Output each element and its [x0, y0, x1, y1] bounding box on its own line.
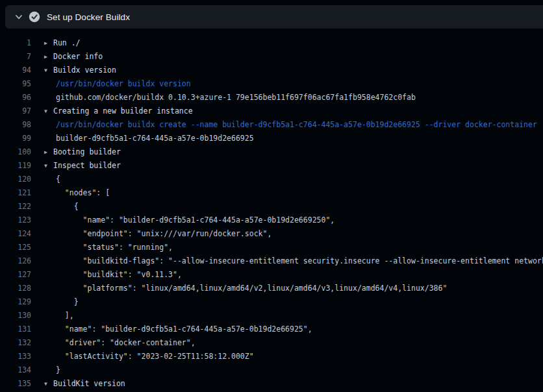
line-number[interactable]: 134 — [0, 363, 31, 377]
log-group-title[interactable]: ▼BuildKit version — [44, 377, 125, 391]
log-line: 100▶Booting builder — [0, 145, 543, 159]
log-group-title[interactable]: ▶Docker info — [44, 50, 103, 64]
log-line: 134} — [0, 363, 543, 377]
line-number[interactable]: 129 — [0, 295, 31, 309]
log-line: 126 "buildkitd-flags": "--allow-insecure… — [0, 254, 543, 268]
log-output-text: "name": "builder-d9cfb5a1-c764-445a-a57e… — [44, 214, 335, 227]
line-number[interactable]: 128 — [0, 282, 31, 295]
line-number[interactable]: 127 — [0, 268, 31, 282]
log-output-text: ], — [44, 309, 74, 323]
line-number[interactable]: 95 — [0, 77, 31, 91]
log-group-title[interactable]: ▶Run ./ — [44, 36, 81, 50]
log-output-text: "endpoint": "unix:///var/run/docker.sock… — [44, 227, 272, 241]
group-title-text: Booting builder — [53, 147, 121, 156]
log-line: 97▼Creating a new builder instance — [0, 104, 543, 118]
log-line: 122 { — [0, 200, 543, 214]
log-output-text: { — [44, 173, 60, 186]
log-line: 120{ — [0, 173, 543, 186]
log-body: 1▶Run ./7▶Docker info94▼Buildx version95… — [0, 36, 543, 392]
log-output-text: { — [44, 200, 79, 214]
log-command-text: /usr/bin/docker buildx version — [44, 77, 191, 91]
log-output-text: "lastActivity": "2023-02-25T11:58:12.000… — [44, 350, 254, 363]
log-line: 132 "driver": "docker-container", — [0, 336, 543, 350]
log-line: 129 } — [0, 295, 543, 309]
log-line: 123 "name": "builder-d9cfb5a1-c764-445a-… — [0, 214, 543, 227]
log-output-text: "buildkitd-flags": "--allow-insecure-ent… — [44, 254, 543, 268]
line-number[interactable]: 135 — [0, 377, 31, 391]
line-number[interactable]: 7 — [0, 50, 31, 64]
log-line: 130 ], — [0, 309, 543, 323]
log-line: 7▶Docker info — [0, 50, 543, 64]
group-title-text: Docker info — [53, 52, 103, 61]
group-title-text: Run ./ — [53, 38, 81, 47]
log-command-text: /usr/bin/docker buildx create --name bui… — [44, 118, 537, 132]
group-title-text: Creating a new builder instance — [53, 106, 193, 116]
log-output-text: "nodes": [ — [44, 186, 110, 200]
line-number[interactable]: 123 — [0, 214, 31, 227]
log-output-text: "status": "running", — [44, 241, 173, 254]
log-group-title[interactable]: ▶Booting builder — [44, 145, 121, 159]
step-title: Set up Docker Buildx — [47, 12, 130, 22]
log-line: 1▶Run ./ — [0, 36, 543, 50]
log-group-title[interactable]: ▼Inspect builder — [44, 159, 121, 173]
line-number[interactable]: 121 — [0, 186, 31, 200]
check-circle-icon — [29, 11, 40, 23]
log-line: 94▼Buildx version — [0, 64, 543, 77]
line-number[interactable]: 132 — [0, 336, 31, 350]
log-line: 125 "status": "running", — [0, 241, 543, 254]
line-number[interactable]: 99 — [0, 132, 31, 145]
log-line: 98/usr/bin/docker buildx create --name b… — [0, 118, 543, 132]
log-output-text: } — [44, 363, 60, 377]
log-output-text: github.com/docker/buildx 0.10.3+azure-1 … — [44, 91, 416, 104]
log-line: 121 "nodes": [ — [0, 186, 543, 200]
log-line: 127 "buildkit": "v0.11.3", — [0, 268, 543, 282]
log-line: 135▼BuildKit version — [0, 377, 543, 391]
line-number[interactable]: 125 — [0, 241, 31, 254]
log-line: 128 "platforms": "linux/amd64,linux/amd6… — [0, 282, 543, 295]
step-header[interactable]: Set up Docker Buildx — [5, 5, 543, 29]
log-line: 95/usr/bin/docker buildx version — [0, 77, 543, 91]
group-title-text: BuildKit version — [53, 379, 125, 388]
line-number[interactable]: 97 — [0, 104, 31, 118]
log-line: 131 "name": "builder-d9cfb5a1-c764-445a-… — [0, 323, 543, 336]
log-output-text: "name": "builder-d9cfb5a1-c764-445a-a57e… — [44, 323, 312, 336]
group-title-text: Buildx version — [53, 66, 116, 75]
log-line: 99builder-d9cfb5a1-c764-445a-a57e-0b19d2… — [0, 132, 543, 145]
log-output-text: "platforms": "linux/amd64,linux/amd64/v2… — [44, 282, 447, 295]
line-number[interactable]: 133 — [0, 350, 31, 363]
log-output-text: builder-d9cfb5a1-c764-445a-a57e-0b19d2e6… — [44, 132, 254, 145]
line-number[interactable]: 1 — [0, 36, 31, 50]
log-output-text: "buildkit": "v0.11.3", — [44, 268, 182, 282]
triangle-expanded-icon[interactable]: ▼ — [44, 64, 53, 77]
triangle-expanded-icon[interactable]: ▼ — [44, 377, 53, 391]
line-number[interactable]: 126 — [0, 254, 31, 268]
line-number[interactable]: 120 — [0, 173, 31, 186]
log-group-title[interactable]: ▼Creating a new builder instance — [44, 104, 193, 118]
log-output-text: } — [44, 295, 79, 309]
log-line: 96github.com/docker/buildx 0.10.3+azure-… — [0, 91, 543, 104]
line-number[interactable]: 94 — [0, 64, 31, 77]
log-line: 124 "endpoint": "unix:///var/run/docker.… — [0, 227, 543, 241]
group-title-text: Inspect builder — [53, 161, 121, 170]
triangle-expanded-icon[interactable]: ▼ — [44, 159, 53, 173]
actions-log-viewer: Set up Docker Buildx 1▶Run ./7▶Docker in… — [0, 0, 543, 392]
triangle-collapsed-icon[interactable]: ▶ — [44, 36, 53, 50]
log-output-text: "driver": "docker-container", — [44, 336, 196, 350]
line-number[interactable]: 124 — [0, 227, 31, 241]
line-number[interactable]: 131 — [0, 323, 31, 336]
log-group-title[interactable]: ▼Buildx version — [44, 64, 116, 77]
line-number[interactable]: 119 — [0, 159, 31, 173]
log-line: 133 "lastActivity": "2023-02-25T11:58:12… — [0, 350, 543, 363]
line-number[interactable]: 100 — [0, 145, 31, 159]
chevron-down-icon[interactable] — [14, 12, 23, 21]
triangle-collapsed-icon[interactable]: ▶ — [44, 145, 53, 159]
line-number[interactable]: 122 — [0, 200, 31, 214]
log-line: 119▼Inspect builder — [0, 159, 543, 173]
line-number[interactable]: 96 — [0, 91, 31, 104]
line-number[interactable]: 130 — [0, 309, 31, 323]
line-number[interactable]: 98 — [0, 118, 31, 132]
triangle-collapsed-icon[interactable]: ▶ — [44, 50, 53, 64]
triangle-expanded-icon[interactable]: ▼ — [44, 104, 53, 118]
